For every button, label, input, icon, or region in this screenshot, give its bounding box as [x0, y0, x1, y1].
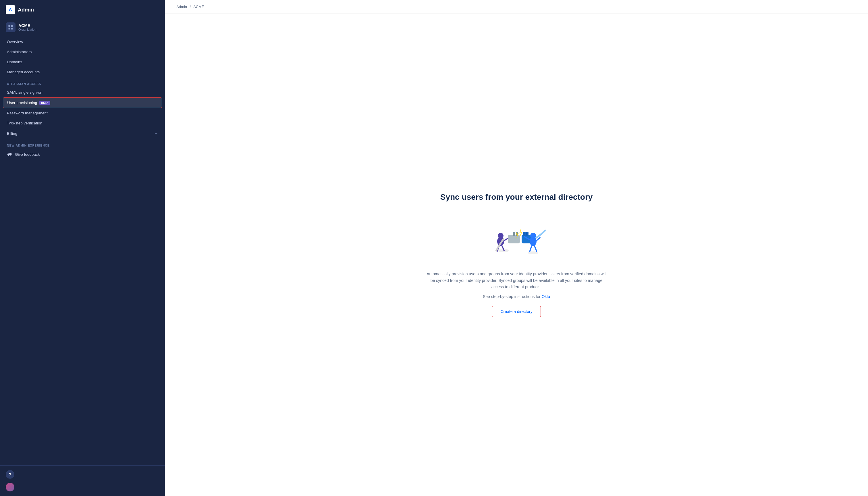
sidebar-item-billing[interactable]: Billing → — [0, 128, 165, 139]
step-instructions: See step-by-step instructions for Okta — [483, 294, 550, 299]
page-title: Sync users from your external directory — [440, 192, 593, 202]
section-atlassian-access: ATLASSIAN ACCESS — [0, 77, 165, 87]
svg-rect-14 — [523, 232, 526, 236]
breadcrumb-admin[interactable]: Admin — [176, 4, 187, 9]
svg-line-22 — [530, 246, 532, 252]
atlassian-logo — [6, 5, 15, 14]
sidebar-item-saml[interactable]: SAML single sign-on — [0, 87, 165, 97]
breadcrumb: Admin / ACME — [165, 0, 868, 14]
arrow-right-icon: → — [154, 131, 158, 136]
svg-rect-3 — [11, 28, 13, 30]
admin-title: Admin — [18, 7, 34, 13]
sidebar: Admin ACME Organization Overview Adminis… — [0, 0, 165, 496]
svg-line-23 — [534, 246, 536, 251]
svg-rect-10 — [508, 235, 520, 244]
svg-rect-0 — [9, 25, 10, 27]
avatar-image — [6, 483, 14, 492]
org-type: Organization — [18, 28, 36, 31]
sidebar-item-overview[interactable]: Overview — [0, 37, 165, 47]
content-area: Sync users from your external directory — [165, 14, 868, 496]
sidebar-header: Admin — [0, 0, 165, 19]
sidebar-item-password-management[interactable]: Password management — [0, 108, 165, 118]
sidebar-item-managed-accounts[interactable]: Managed accounts — [0, 67, 165, 77]
help-button[interactable]: ? — [6, 470, 14, 479]
sidebar-nav: Overview Administrators Domains Managed … — [0, 37, 165, 465]
description-text: Automatically provision users and groups… — [424, 271, 608, 290]
section-new-admin: NEW ADMIN EXPERIENCE — [0, 139, 165, 149]
sidebar-bottom: ? — [0, 465, 165, 496]
svg-point-24 — [528, 251, 538, 254]
svg-point-6 — [498, 233, 503, 238]
org-info: ACME Organization — [18, 23, 36, 31]
avatar[interactable] — [6, 483, 14, 492]
svg-point-19 — [530, 233, 536, 238]
breadcrumb-current: ACME — [193, 4, 204, 9]
svg-rect-2 — [9, 28, 10, 30]
svg-rect-11 — [513, 232, 515, 236]
breadcrumb-separator: / — [190, 4, 191, 9]
directory-illustration — [476, 210, 557, 262]
sidebar-item-administrators[interactable]: Administrators — [0, 47, 165, 57]
beta-badge: BETA — [39, 101, 50, 105]
sidebar-item-user-provisioning[interactable]: User provisioning BETA — [3, 97, 162, 108]
org-section[interactable]: ACME Organization — [0, 19, 165, 37]
svg-rect-1 — [11, 25, 13, 27]
main-content: Admin / ACME Sync users from your extern… — [165, 0, 868, 496]
okta-link[interactable]: Okta — [542, 294, 550, 299]
org-icon — [6, 22, 16, 32]
sidebar-item-give-feedback[interactable]: Give feedback — [0, 149, 165, 160]
sidebar-item-two-step[interactable]: Two-step verification — [0, 118, 165, 128]
megaphone-icon — [7, 152, 12, 157]
svg-rect-15 — [526, 232, 529, 236]
sidebar-item-domains[interactable]: Domains — [0, 57, 165, 67]
org-name: ACME — [18, 23, 36, 28]
create-directory-button[interactable]: Create a directory — [492, 306, 541, 317]
